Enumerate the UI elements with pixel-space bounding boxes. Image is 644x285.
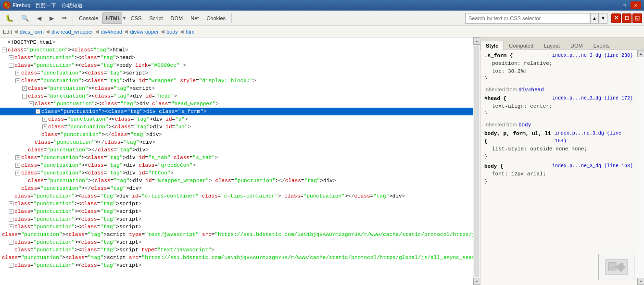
code-line[interactable]: class="punctuation"></class="tag">div> <box>0 146 473 154</box>
html-scrollbar[interactable]: ▲ ▼ <box>473 37 480 285</box>
code-line[interactable]: class="punctuation"></class="tag">div> <box>0 138 473 146</box>
code-line[interactable]: − class="punctuation"><class="tag">div c… <box>0 100 473 108</box>
code-line[interactable]: class="punctuation"></class="tag">div> <box>0 131 473 138</box>
code-line[interactable]: + class="punctuation"><class="tag">scrip… <box>0 200 473 208</box>
expand-button[interactable]: + <box>9 201 13 206</box>
forward-btn[interactable]: ▶ <box>46 12 57 24</box>
code-line[interactable]: − class="punctuation"><class="tag">div i… <box>0 92 473 100</box>
code-line[interactable]: + class="punctuation"><class="tag">scrip… <box>0 85 473 92</box>
bc-item-1[interactable]: div.head_wrapper <box>51 29 93 35</box>
close-button[interactable]: ✕ <box>631 1 641 9</box>
code-line[interactable]: − class="punctuation"><class="tag">div i… <box>0 77 473 85</box>
style-scroll-up[interactable]: ▲ <box>637 50 644 57</box>
fb-popout-btn[interactable]: ◱ <box>632 13 642 23</box>
code-line[interactable]: + class="punctuation"><class="tag">div i… <box>0 154 473 161</box>
expand-button[interactable]: + <box>9 240 13 245</box>
code-line[interactable]: − class="punctuation"><class="tag">body … <box>0 62 473 69</box>
code-line[interactable]: <!DOCTYPE html> <box>0 38 473 46</box>
expand-button[interactable]: + <box>15 155 20 160</box>
html-tab[interactable]: HTML <box>102 12 122 24</box>
code-line[interactable]: class="punctuation"><class="tag">script … <box>0 246 473 254</box>
maximize-button[interactable]: □ <box>619 1 630 9</box>
style-rule: #head {index.p...ne_3_dg (line 172)text-… <box>484 95 633 118</box>
bc-item-3[interactable]: div#wrapper <box>130 29 159 35</box>
code-area[interactable]: <!DOCTYPE html>− class="punctuation"><cl… <box>0 37 473 285</box>
style-source-link[interactable]: index.p...ne_3_dg (line 164) <box>555 130 633 145</box>
expand-button[interactable]: + <box>15 71 20 75</box>
style-source-link[interactable]: index.p...ne_3_dg (line 163) <box>552 162 633 170</box>
step-btn[interactable]: ⇒ <box>58 12 70 24</box>
fb-detach-btn[interactable]: ⊡ <box>622 13 631 23</box>
code-line[interactable]: − class="punctuation"><class="tag">div c… <box>0 108 473 115</box>
expand-button[interactable]: − <box>29 101 34 106</box>
net-tab[interactable]: Net <box>187 12 202 24</box>
code-line[interactable]: + class="punctuation"><class="tag">scrip… <box>0 215 473 223</box>
code-line[interactable]: + class="punctuation"><class="tag">scrip… <box>0 208 473 215</box>
expand-button[interactable]: + <box>42 117 47 122</box>
expand-button[interactable]: + <box>15 171 20 175</box>
code-line[interactable]: class="punctuation"><class="tag">script … <box>0 254 473 261</box>
console-tab[interactable]: Console <box>76 12 101 24</box>
code-line[interactable]: class="punctuation"></class="tag">div> <box>0 185 473 192</box>
style-scroll-down[interactable]: ▼ <box>637 278 644 285</box>
expand-button[interactable]: + <box>9 224 13 229</box>
bc-item-5[interactable]: html <box>186 29 196 35</box>
style-source-link[interactable]: index.p...ne_3_dg (line 230) <box>552 52 633 60</box>
inspect-btn[interactable]: 🔍 <box>18 12 32 24</box>
script-tab[interactable]: Script <box>146 12 166 24</box>
bc-item-0[interactable]: div.s_form <box>20 29 44 35</box>
style-scrollbar[interactable]: ▲ ▼ <box>637 50 644 285</box>
code-line[interactable]: + class="punctuation"><class="tag">scrip… <box>0 261 473 269</box>
code-line[interactable]: class="punctuation"><class="tag">div id=… <box>0 192 473 200</box>
expand-button[interactable]: − <box>9 55 13 60</box>
html-scroll-up[interactable]: ▲ <box>473 37 480 45</box>
breadcrumb-edit[interactable]: Edit <box>3 29 12 35</box>
code-line[interactable]: + class="punctuation"><class="tag">scrip… <box>0 238 473 246</box>
code-line[interactable]: − class="punctuation"><class="tag">head> <box>0 54 473 62</box>
html-dropdown-arrow[interactable]: ▼ <box>122 16 126 21</box>
tab-events[interactable]: Events <box>588 41 615 50</box>
code-line[interactable]: + class="punctuation"><class="tag">scrip… <box>0 223 473 231</box>
code-line[interactable]: + class="punctuation"><class="tag">div i… <box>0 115 473 123</box>
code-line[interactable]: + class="punctuation"><class="tag">scrip… <box>0 69 473 77</box>
tab-dom[interactable]: DOM <box>565 41 588 50</box>
back-btn[interactable]: ◀ <box>33 12 45 24</box>
expand-button[interactable]: − <box>22 94 27 99</box>
minimize-button[interactable]: — <box>607 1 618 9</box>
code-line[interactable]: + class="punctuation"><class="tag">div c… <box>0 161 473 169</box>
code-line[interactable]: class="punctuation"><class="tag">div id=… <box>0 177 473 185</box>
expand-button[interactable]: − <box>15 78 20 83</box>
bc-item-4[interactable]: body <box>166 29 178 35</box>
style-property: text-align: center; <box>484 102 633 110</box>
tab-computed[interactable]: Computed <box>504 41 539 50</box>
expand-button[interactable]: + <box>9 263 13 268</box>
prop-name: font: <box>492 171 508 177</box>
css-tab[interactable]: CSS <box>127 12 145 24</box>
dom-tab[interactable]: DOM <box>167 12 187 24</box>
expand-button[interactable]: − <box>9 63 13 68</box>
tab-layout[interactable]: Layout <box>539 41 565 50</box>
expand-button[interactable]: + <box>15 163 20 168</box>
expand-button[interactable]: + <box>9 209 13 214</box>
code-line[interactable]: + class="punctuation"><class="tag">div i… <box>0 169 473 177</box>
fb-close-btn[interactable]: ✕ <box>611 13 621 23</box>
style-source-link[interactable]: index.p...ne_3_dg (line 172) <box>552 95 633 102</box>
bc-item-2[interactable]: div#head <box>101 29 123 35</box>
code-content: class="punctuation"><class="tag">div id=… <box>28 92 177 100</box>
expand-button[interactable]: − <box>2 48 7 52</box>
firebug-logo-btn[interactable]: 🐛 <box>2 12 17 24</box>
expand-button[interactable]: − <box>36 109 40 114</box>
code-content: class="punctuation"></class="tag">div> <box>41 131 162 138</box>
expand-button[interactable]: + <box>22 86 27 91</box>
html-scroll-down[interactable]: ▼ <box>473 278 480 285</box>
tab-style[interactable]: Style <box>480 41 504 50</box>
code-line[interactable]: − class="punctuation"><class="tag">html> <box>0 46 473 54</box>
code-line[interactable]: + class="punctuation"><class="tag">div i… <box>0 123 473 131</box>
expand-button[interactable]: + <box>9 217 13 222</box>
search-next-btn[interactable]: ▼ <box>599 13 607 24</box>
search-prev-btn[interactable]: ▲ <box>590 13 599 24</box>
search-input[interactable] <box>465 13 590 24</box>
cookies-tab[interactable]: Cookies <box>203 12 229 24</box>
code-line[interactable]: class="punctuation"><class="tag">script … <box>0 231 473 238</box>
expand-button[interactable]: + <box>42 124 47 129</box>
